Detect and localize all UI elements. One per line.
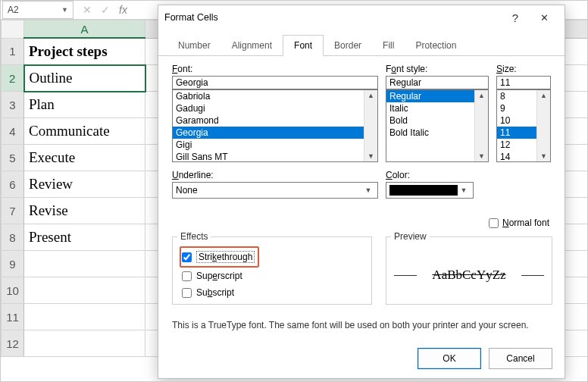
font-style-column: Font style: Regular Italic Bold Bold Ita… (386, 64, 489, 199)
subscript-checkbox[interactable] (182, 288, 192, 298)
list-item[interactable]: Gadugi (173, 102, 364, 114)
normal-font-checkbox[interactable]: Normal font (489, 218, 549, 228)
row-header[interactable]: 10 (2, 277, 24, 304)
name-box-value: A2 (8, 5, 19, 15)
list-item[interactable]: Gill Sans MT (173, 151, 364, 161)
cell[interactable]: Communicate (24, 118, 145, 145)
font-label: Font: (172, 64, 378, 74)
column-header-A[interactable]: A (24, 20, 145, 39)
tab-alignment[interactable]: Alignment (221, 36, 283, 55)
cell[interactable]: Project steps (24, 38, 145, 65)
confirm-entry-icon: ✓ (101, 4, 110, 16)
name-box[interactable]: A2 ▼ (2, 1, 74, 19)
font-style-input[interactable] (386, 76, 489, 89)
font-panel: Font: Gabriola Gadugi Garamond Georgia G… (158, 56, 565, 378)
list-item-selected[interactable]: 11 (497, 127, 537, 139)
list-item[interactable]: Gabriola (173, 90, 364, 102)
cell[interactable] (24, 277, 145, 304)
underline-label: Underline: (172, 170, 378, 180)
normal-font-input[interactable] (489, 218, 499, 228)
formula-bar-controls: ✕ ✓ fx (78, 4, 132, 16)
color-select[interactable]: ▼ (386, 182, 474, 199)
select-all-corner[interactable] (2, 20, 24, 39)
dialog-titlebar[interactable]: Format Cells ? ✕ (158, 5, 565, 30)
chevron-down-icon[interactable]: ▼ (458, 186, 470, 194)
list-item[interactable]: Bold Italic (386, 127, 475, 139)
tab-number[interactable]: Number (167, 36, 221, 55)
list-item[interactable]: Bold (386, 114, 475, 127)
cell[interactable] (24, 304, 145, 330)
row-header[interactable]: 6 (2, 171, 24, 198)
ok-button[interactable]: OK (418, 348, 481, 369)
cell[interactable]: Review (24, 171, 145, 198)
cancel-button[interactable]: Cancel (489, 348, 552, 369)
font-input[interactable] (172, 76, 378, 89)
subscript-checkbox-row[interactable]: Subscript (182, 284, 362, 301)
format-cells-dialog: Format Cells ? ✕ Number Alignment Font B… (158, 5, 565, 379)
cell[interactable]: Revise (24, 198, 145, 224)
tab-font[interactable]: Font (283, 35, 324, 56)
list-item[interactable]: Garamond (173, 114, 364, 127)
preview-area: AaBbCcYyZz (394, 254, 544, 296)
chevron-down-icon[interactable]: ▼ (362, 186, 374, 194)
tab-protection[interactable]: Protection (405, 36, 467, 55)
list-item[interactable]: 9 (497, 102, 537, 114)
list-item[interactable]: 8 (497, 90, 537, 102)
row-header[interactable]: 3 (2, 92, 24, 118)
size-input[interactable] (496, 76, 551, 89)
list-item[interactable]: Gigi (173, 139, 364, 151)
font-style-label: Font style: (386, 64, 489, 74)
cell[interactable] (24, 330, 145, 357)
list-item[interactable]: 12 (497, 139, 537, 151)
chevron-down-icon[interactable]: ▼ (478, 151, 485, 161)
list-item[interactable]: 10 (497, 114, 537, 127)
scrollbar[interactable]: ▲▼ (474, 90, 488, 161)
chevron-up-icon[interactable]: ▲ (540, 90, 547, 101)
superscript-checkbox-row[interactable]: Superscript (182, 268, 362, 284)
chevron-down-icon[interactable]: ▼ (368, 151, 374, 161)
chevron-down-icon[interactable]: ▼ (61, 6, 68, 14)
chevron-up-icon[interactable]: ▲ (478, 90, 485, 101)
font-listbox[interactable]: Gabriola Gadugi Garamond Georgia Gigi Gi… (172, 89, 378, 162)
normal-font-label: Normal font (502, 218, 549, 228)
row-header[interactable]: 12 (2, 330, 24, 357)
row-header[interactable]: 5 (2, 145, 24, 171)
list-item-selected[interactable]: Georgia (173, 127, 364, 139)
app-root: A2 ▼ ✕ ✓ fx A F 1Project steps 2Outl (0, 0, 588, 382)
row-header[interactable]: 4 (2, 118, 24, 145)
row-header[interactable]: 2 (2, 65, 24, 92)
row-header[interactable]: 8 (2, 224, 24, 251)
cell[interactable]: Execute (24, 145, 145, 171)
chevron-up-icon[interactable]: ▲ (368, 90, 374, 101)
row-header[interactable]: 1 (2, 38, 24, 65)
help-button[interactable]: ? (501, 7, 530, 28)
list-item-selected[interactable]: Regular (386, 90, 475, 102)
chevron-down-icon[interactable]: ▼ (540, 151, 547, 161)
tab-fill[interactable]: Fill (372, 36, 405, 55)
tab-border[interactable]: Border (324, 36, 372, 55)
scrollbar[interactable]: ▲▼ (364, 90, 377, 161)
superscript-checkbox[interactable] (182, 271, 192, 281)
cell[interactable]: Plan (24, 92, 145, 118)
row-header[interactable]: 7 (2, 198, 24, 224)
strikethrough-checkbox[interactable] (182, 252, 192, 262)
list-item[interactable]: 14 (497, 151, 537, 161)
preview-legend: Preview (391, 231, 430, 242)
cell-selected[interactable]: Outline (24, 65, 145, 92)
fx-icon[interactable]: fx (119, 4, 127, 16)
cell[interactable]: Present (24, 224, 145, 251)
effects-group: Effects Strikethrough Superscript Subscr… (172, 236, 372, 305)
row-header[interactable]: 11 (2, 304, 24, 330)
preview-sample: AaBbCcYyZz (432, 268, 505, 283)
size-listbox[interactable]: 8 9 10 11 12 14 ▲▼ (496, 89, 551, 162)
dialog-buttons: OK Cancel (410, 348, 552, 369)
font-style-listbox[interactable]: Regular Italic Bold Bold Italic ▲▼ (386, 89, 489, 162)
row-header[interactable]: 9 (2, 251, 24, 277)
color-swatch (389, 185, 458, 196)
close-button[interactable]: ✕ (530, 7, 558, 28)
cell[interactable] (24, 251, 145, 277)
list-item[interactable]: Italic (386, 102, 475, 114)
scrollbar[interactable]: ▲▼ (536, 90, 550, 161)
preview-group: Preview AaBbCcYyZz (386, 236, 552, 305)
underline-select[interactable]: None ▼ (172, 182, 378, 199)
